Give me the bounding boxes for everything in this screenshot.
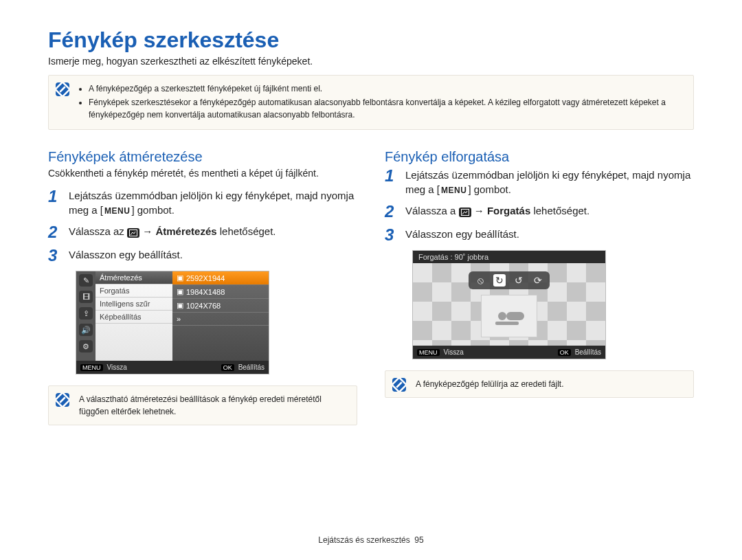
rotate-180-icon: ⟳ bbox=[532, 274, 544, 287]
resize-note-box: A választható átméretezési beállítások a… bbox=[48, 385, 357, 425]
info-icon bbox=[392, 378, 406, 392]
camera-footer: MENU Vissza OK Beállítás bbox=[413, 346, 605, 359]
camera-resize-screen: ✎ 🎞 ⇪ 🔊 ⚙ Átméretezés Forgatás Intellige… bbox=[76, 271, 269, 374]
step-2: 2 Válassza az → Átméretezés lehetőséget. bbox=[48, 224, 357, 240]
svg-line-10 bbox=[396, 382, 402, 388]
camera-rotate-screen: Forgatás : 90˚ jobbra ⦸ ↻ ↺ ⟳ bbox=[412, 250, 606, 359]
footer-back-label: Vissza bbox=[107, 363, 127, 371]
svg-rect-8 bbox=[495, 322, 519, 325]
camera-footer: MENU Vissza OK Beállítás bbox=[76, 361, 269, 374]
ok-chip-icon: OK bbox=[221, 364, 234, 371]
step-text: Lejátszás üzemmódban jelöljön ki egy fén… bbox=[69, 188, 357, 217]
info-icon bbox=[56, 82, 69, 96]
svg-rect-7 bbox=[506, 312, 524, 320]
step-1: 1 Lejátszás üzemmódban jelöljön ki egy f… bbox=[385, 168, 694, 197]
step-text: Válasszon egy beállítást. bbox=[69, 247, 183, 262]
menu-item-imageadjust: Képbeállítás bbox=[95, 311, 172, 324]
top-note-box: A fényképezőgép a szerkesztett fényképek… bbox=[48, 75, 694, 130]
step-text: Válassza a → Forgatás lehetőséget. bbox=[405, 203, 589, 218]
page-footer: Lejátszás és szerkesztés 95 bbox=[0, 535, 742, 545]
movie-tab-icon: 🎞 bbox=[79, 291, 93, 303]
edit-photo-icon bbox=[127, 228, 139, 238]
svg-point-6 bbox=[498, 312, 506, 320]
camera-menu-list: Átméretezés Forgatás Intelligens szűr Ké… bbox=[95, 271, 172, 361]
value-item: ▣2592X1944 bbox=[172, 271, 269, 285]
step-3: 3 Válasszon egy beállítást. bbox=[385, 227, 694, 243]
step-text: Válasszon egy beállítást. bbox=[405, 227, 519, 241]
edit-tab-icon: ✎ bbox=[79, 274, 93, 287]
section-title-resize: Fényképek átméretezése bbox=[48, 149, 357, 165]
photo-placeholder bbox=[481, 295, 537, 337]
step-text: Lejátszás üzemmódban jelöljön ki egy fén… bbox=[405, 168, 694, 197]
camera-side-rail: ✎ 🎞 ⇪ 🔊 ⚙ bbox=[76, 271, 95, 361]
top-note-bullet: Fényképek szerkesztésekor a fényképezőgé… bbox=[89, 96, 685, 121]
step-2: 2 Válassza a → Forgatás lehetőséget. bbox=[385, 203, 694, 220]
step-3: 3 Válasszon egy beállítást. bbox=[48, 247, 357, 264]
manual-page: Fénykép szerkesztése Ismerje meg, hogyan… bbox=[0, 0, 742, 560]
value-item: ▣1984X1488 bbox=[172, 285, 269, 299]
menu-item-smartfilter: Intelligens szűr bbox=[95, 298, 172, 311]
edit-photo-icon bbox=[459, 208, 471, 217]
resize-note-text: A választható átméretezési beállítások a… bbox=[79, 394, 322, 416]
sound-tab-icon: 🔊 bbox=[79, 324, 93, 336]
ok-chip-icon: OK bbox=[558, 349, 571, 356]
step-number: 3 bbox=[385, 227, 398, 243]
section-title-rotate: Fénykép elforgatása bbox=[385, 149, 694, 165]
step-number: 3 bbox=[48, 247, 62, 264]
footer-back-label: Vissza bbox=[444, 348, 464, 356]
share-tab-icon: ⇪ bbox=[79, 307, 93, 320]
menu-item-resize: Átméretezés bbox=[95, 271, 172, 284]
footer-ok-label: Beállítás bbox=[575, 348, 601, 356]
rotate-option-bar: ⦸ ↻ ↺ ⟳ bbox=[469, 271, 550, 289]
step-number: 1 bbox=[48, 188, 62, 205]
step-number: 2 bbox=[385, 203, 398, 220]
menu-button-label: MENU bbox=[440, 185, 468, 197]
menu-button-label: MENU bbox=[103, 205, 131, 217]
page-subtitle: Ismerje meg, hogyan szerkesztheti az elk… bbox=[48, 56, 694, 67]
section-intro: Csökkentheti a fénykép méretét, és menth… bbox=[48, 168, 357, 179]
svg-line-1 bbox=[60, 87, 65, 92]
rotate-note-box: A fényképezőgép felülírja az eredeti fáj… bbox=[385, 370, 694, 398]
rotate-header: Forgatás : 90˚ jobbra bbox=[413, 251, 605, 263]
rotate-section: Fénykép elforgatása 1 Lejátszás üzemmódb… bbox=[385, 149, 694, 425]
settings-tab-icon: ⚙ bbox=[79, 340, 93, 352]
step-1: 1 Lejátszás üzemmódban jelöljön ki egy f… bbox=[48, 188, 357, 217]
svg-line-4 bbox=[60, 397, 65, 403]
info-icon bbox=[56, 393, 69, 407]
rotate-left-icon: ↺ bbox=[513, 274, 525, 287]
step-number: 1 bbox=[385, 168, 398, 184]
page-title: Fénykép szerkesztése bbox=[48, 27, 694, 53]
value-item-more: » bbox=[172, 313, 269, 326]
step-number: 2 bbox=[48, 224, 62, 240]
menu-item-rotate: Forgatás bbox=[95, 284, 172, 298]
menu-chip-icon: MENU bbox=[417, 349, 440, 356]
resize-section: Fényképek átméretezése Csökkentheti a fé… bbox=[48, 149, 357, 425]
menu-chip-icon: MENU bbox=[80, 364, 103, 371]
rotate-off-icon: ⦸ bbox=[474, 274, 486, 287]
camera-value-list: ▣2592X1944 ▣1984X1488 ▣1024X768 » bbox=[172, 271, 269, 361]
top-note-bullet: A fényképezőgép a szerkesztett fényképek… bbox=[89, 82, 685, 95]
rotate-note-text: A fényképezőgép felülírja az eredeti fáj… bbox=[416, 379, 563, 389]
footer-ok-label: Beállítás bbox=[238, 363, 265, 371]
step-text: Válassza az → Átméretezés lehetőséget. bbox=[69, 224, 276, 238]
value-item: ▣1024X768 bbox=[172, 299, 269, 313]
rotate-right-icon: ↻ bbox=[493, 274, 506, 287]
two-column-layout: Fényképek átméretezése Csökkentheti a fé… bbox=[48, 149, 694, 425]
